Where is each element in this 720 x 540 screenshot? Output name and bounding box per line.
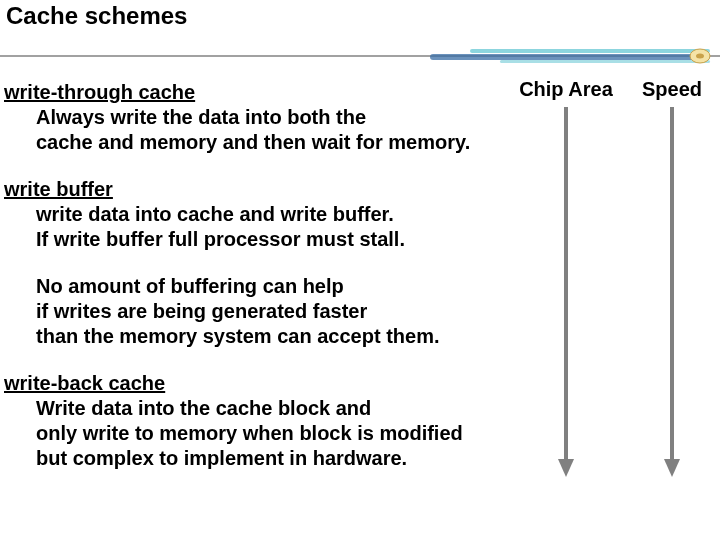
page-title: Cache schemes bbox=[6, 2, 187, 30]
heading-write-buffer: write buffer bbox=[4, 177, 504, 202]
text-line: only write to memory when block is modif… bbox=[36, 421, 504, 446]
text-line: Always write the data into both the bbox=[36, 105, 504, 130]
section-write-through: write-through cache Always write the dat… bbox=[4, 80, 504, 155]
content-area: write-through cache Always write the dat… bbox=[4, 80, 504, 493]
svg-marker-9 bbox=[664, 459, 680, 477]
text-line: No amount of buffering can help bbox=[36, 274, 504, 299]
section-write-back: write-back cache Write data into the cac… bbox=[4, 371, 504, 471]
heading-write-back: write-back cache bbox=[4, 371, 504, 396]
text-line: write data into cache and write buffer. bbox=[36, 202, 504, 227]
svg-point-5 bbox=[696, 54, 704, 59]
text-line: If write buffer full processor must stal… bbox=[36, 227, 504, 252]
svg-rect-1 bbox=[470, 49, 710, 53]
svg-marker-7 bbox=[558, 459, 574, 477]
text-line: if writes are being generated faster bbox=[36, 299, 504, 324]
slide: Cache schemes write-through cache Always… bbox=[0, 0, 720, 540]
body-text: Write data into the cache block and only… bbox=[4, 396, 504, 471]
svg-rect-2 bbox=[430, 54, 710, 60]
chip-area-column: Chip Area bbox=[516, 78, 616, 481]
divider-graphic bbox=[0, 44, 720, 68]
speed-column: Speed bbox=[632, 78, 712, 481]
note-text: No amount of buffering can help if write… bbox=[4, 274, 504, 349]
heading-write-through: write-through cache bbox=[4, 80, 504, 105]
body-text: write data into cache and write buffer. … bbox=[4, 202, 504, 252]
svg-rect-3 bbox=[500, 60, 710, 63]
speed-label: Speed bbox=[632, 78, 712, 101]
down-arrow-icon bbox=[556, 107, 576, 477]
text-line: cache and memory and then wait for memor… bbox=[36, 130, 504, 155]
chip-area-label: Chip Area bbox=[516, 78, 616, 101]
body-text: Always write the data into both the cach… bbox=[4, 105, 504, 155]
text-line: but complex to implement in hardware. bbox=[36, 446, 504, 471]
down-arrow-icon bbox=[662, 107, 682, 477]
section-write-buffer: write buffer write data into cache and w… bbox=[4, 177, 504, 349]
text-line: than the memory system can accept them. bbox=[36, 324, 504, 349]
text-line: Write data into the cache block and bbox=[36, 396, 504, 421]
